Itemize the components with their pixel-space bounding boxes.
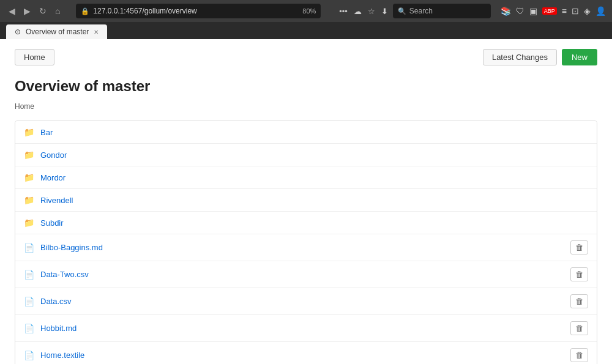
list-item: 📄 Data.csv 🗑 [15,288,597,315]
list-item: 📄 Bilbo-Baggins.md 🗑 [15,234,597,261]
page-toolbar: Home Latest Changes New [15,49,597,65]
back-button[interactable]: ◀ [6,5,18,17]
list-item: 📁 Bar [15,121,597,144]
url-text: 127.0.0.1:4567/gollum/overview [93,7,299,15]
folder-subdir[interactable]: 📁 Subdir [24,218,588,228]
shield-icon[interactable]: 🛡 [516,6,524,16]
file-link-home-textile[interactable]: Home.textile [40,351,570,360]
delete-home-textile-button[interactable]: 🗑 [570,348,588,362]
screenshot-icon[interactable]: ▣ [529,6,537,16]
home-nav-button[interactable]: ⌂ [53,5,62,17]
folder-link-subdir[interactable]: Subdir [40,218,588,228]
file-link-hobbit[interactable]: Hobbit.md [40,324,570,333]
breadcrumb: Home [15,102,597,111]
delete-bilbo-button[interactable]: 🗑 [570,240,588,254]
overflow-menu-icon[interactable]: ••• [339,7,348,16]
page-title: Overview of master [15,78,597,95]
folder-gondor[interactable]: 📁 Gondor [24,150,588,160]
search-icon: 🔍 [398,7,406,15]
profile-icons: 📚 🛡 ▣ ABP ≡ ⊡ ◈ 👤 [501,6,606,16]
folder-icon: 📁 [24,218,34,228]
search-label: Search [409,7,433,15]
download-icon[interactable]: ⬇ [381,7,388,16]
pocket-icon[interactable]: ☁ [354,7,362,16]
file-link-data-two[interactable]: Data-Two.csv [40,270,570,279]
star-icon[interactable]: ☆ [368,7,375,16]
file-icon: 📄 [24,351,34,360]
extension-icon[interactable]: ◈ [584,6,591,16]
browser-chrome: ◀ ▶ ↻ ⌂ 🔒 127.0.0.1:4567/gollum/overview… [0,0,612,22]
toolbar-right: Latest Changes New [483,49,597,65]
delete-data-button[interactable]: 🗑 [570,294,588,308]
folder-icon: 📁 [24,173,34,182]
folder-mordor[interactable]: 📁 Mordor [24,173,588,182]
tab-bar: ⊙ Overview of master ✕ [0,22,612,39]
sync-icon[interactable]: ⊡ [572,6,579,16]
list-item: 📁 Gondor [15,144,597,166]
file-icon: 📄 [24,270,34,280]
list-item: 📁 Mordor [15,166,597,189]
forward-button[interactable]: ▶ [21,5,33,17]
zoom-level: 80% [302,7,316,15]
browser-extras: ••• ☁ ☆ ⬇ [339,7,388,16]
folder-link-mordor[interactable]: Mordor [40,173,588,182]
page-content: Home Latest Changes New Overview of mast… [0,39,612,364]
file-link-data[interactable]: Data.csv [40,297,570,306]
delete-data-two-button[interactable]: 🗑 [570,267,588,281]
file-link-bilbo[interactable]: Bilbo-Baggins.md [40,243,570,252]
file-icon: 📄 [24,297,34,306]
folder-icon: 📁 [24,127,34,137]
list-item: 📁 Rivendell [15,189,597,212]
list-item: 📄 Hobbit.md 🗑 [15,315,597,342]
latest-changes-button[interactable]: Latest Changes [483,49,557,65]
file-list: 📁 Bar 📁 Gondor 📁 Mordor 📁 Rivendell [15,121,597,364]
folder-icon: 📁 [24,150,34,160]
folder-link-bar[interactable]: Bar [40,128,588,137]
delete-hobbit-button[interactable]: 🗑 [570,321,588,335]
list-item: 📄 Data-Two.csv 🗑 [15,261,597,288]
close-tab-button[interactable]: ✕ [94,29,99,35]
folder-icon: 📁 [24,195,34,205]
folder-rivendell[interactable]: 📁 Rivendell [24,195,588,205]
reload-button[interactable]: ↻ [37,5,49,17]
lock-icon: 🔒 [81,7,89,15]
nav-controls: ◀ ▶ ↻ ⌂ [6,5,62,17]
home-button[interactable]: Home [15,49,54,65]
list-item: 📄 Home.textile 🗑 [15,342,597,364]
tab-title: Overview of master [26,28,89,36]
reader-icon[interactable]: ≡ [562,6,567,16]
address-bar[interactable]: 🔒 127.0.0.1:4567/gollum/overview 80% [76,4,321,18]
tab-favicon: ⊙ [15,28,21,36]
file-icon: 📄 [24,324,34,333]
new-button[interactable]: New [562,49,597,65]
file-icon: 📄 [24,243,34,253]
abbp-icon[interactable]: ABP [542,7,557,15]
folder-bar[interactable]: 📁 Bar [24,127,588,137]
list-item: 📁 Subdir [15,212,597,234]
active-tab[interactable]: ⊙ Overview of master ✕ [6,24,107,39]
search-bar[interactable]: 🔍 Search [393,4,491,18]
folder-link-gondor[interactable]: Gondor [40,150,588,160]
folder-link-rivendell[interactable]: Rivendell [40,196,588,205]
profile-icon[interactable]: 👤 [595,6,606,16]
library-icon[interactable]: 📚 [501,6,511,16]
